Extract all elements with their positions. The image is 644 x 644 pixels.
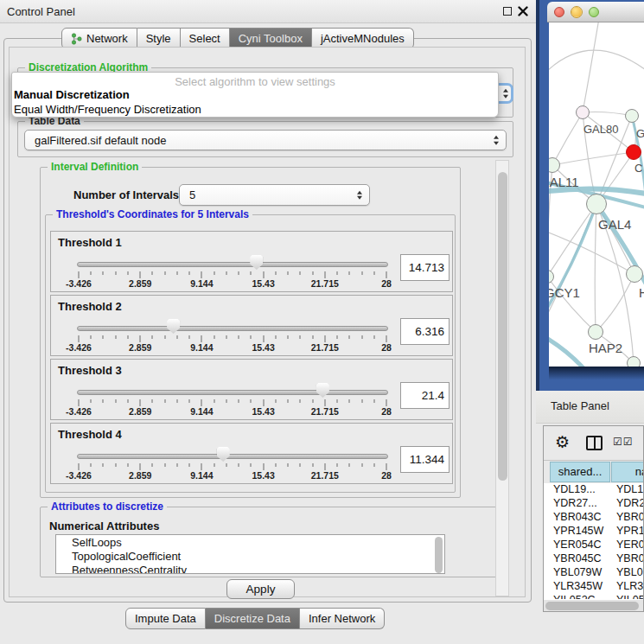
table-row[interactable]: YLR345WYLR34 bbox=[544, 580, 644, 594]
table-row[interactable]: YBL079WYBL07 bbox=[544, 566, 644, 580]
tick-mark bbox=[361, 463, 362, 467]
table-row[interactable]: YER054CYER05 bbox=[544, 539, 644, 552]
network-node[interactable] bbox=[625, 109, 639, 123]
algorithm-option[interactable]: Equal Width/Frequency Discretization bbox=[14, 103, 201, 116]
column-header-2[interactable]: na bbox=[611, 462, 644, 482]
attributes-listbox[interactable]: SelfLoopsTopologicalCoefficientBetweenne… bbox=[55, 534, 445, 574]
tick-mark bbox=[386, 463, 387, 470]
cell-shared-name: YBR043C bbox=[553, 511, 602, 523]
number-of-intervals-combo[interactable]: 5 bbox=[179, 184, 370, 206]
close-button[interactable] bbox=[554, 7, 564, 17]
slider-track[interactable] bbox=[77, 262, 388, 267]
algorithm-dropdown-popup: Select algorithm to view settings Manual… bbox=[11, 72, 499, 118]
tab-impute-data[interactable]: Impute Data bbox=[125, 608, 206, 629]
list-scrollbar[interactable] bbox=[435, 537, 443, 573]
table-row[interactable]: YDL19...YDL19 bbox=[544, 483, 644, 497]
cell-name: YDR27 bbox=[616, 497, 644, 509]
tab-discretize-data[interactable]: Discretize Data bbox=[206, 608, 300, 629]
float-panel-icon[interactable] bbox=[503, 7, 512, 16]
table-header-row: shared...na bbox=[544, 461, 644, 483]
tick-mark bbox=[373, 335, 374, 339]
tick-mark bbox=[288, 399, 289, 403]
tick-mark bbox=[127, 271, 128, 275]
window-frame-edge bbox=[536, 0, 539, 391]
close-panel-icon[interactable] bbox=[518, 6, 528, 16]
slider-thumb[interactable] bbox=[250, 255, 263, 270]
column-header-1[interactable]: shared... bbox=[550, 462, 610, 482]
zoom-button[interactable] bbox=[589, 7, 599, 17]
tick-mark bbox=[239, 271, 239, 275]
slider-track[interactable] bbox=[77, 326, 388, 331]
attribute-item[interactable]: TopologicalCoefficient bbox=[68, 550, 444, 564]
table-horizontal-scrollbar[interactable] bbox=[544, 600, 643, 611]
tick-mark bbox=[176, 335, 177, 339]
tick-mark bbox=[288, 271, 289, 275]
cell-shared-name: YER054C bbox=[553, 539, 602, 551]
table-panel-body: ⚙ ☑☑ shared...na YDL19...YDL19YDR27...YD… bbox=[536, 424, 644, 644]
scrollbar-thumb[interactable] bbox=[498, 172, 507, 481]
select-checkboxes-icon[interactable]: ☑☑ bbox=[613, 436, 634, 448]
attribute-item[interactable]: SelfLoops bbox=[68, 536, 444, 550]
tab-label: Impute Data bbox=[135, 612, 196, 625]
table-row[interactable]: YIL052CYIL05 bbox=[544, 594, 644, 599]
network-canvas[interactable]: GAL80GACGAL11GAL4GCY1HHAP2 bbox=[549, 22, 644, 367]
table-row[interactable]: YDR27...YDR27 bbox=[544, 497, 644, 511]
attribute-item[interactable]: BetweennessCentrality bbox=[68, 564, 444, 574]
slider-tick-labels: -3.4262.8599.14415.4321.71528 bbox=[79, 470, 386, 481]
table-row[interactable]: YPR145WYPR14 bbox=[544, 525, 644, 539]
cell-shared-name: YPR145W bbox=[553, 525, 603, 537]
table-row[interactable]: YBR043CYBR04 bbox=[544, 511, 644, 525]
tick-mark bbox=[201, 335, 202, 342]
tick-mark bbox=[103, 399, 104, 403]
network-node[interactable] bbox=[626, 265, 643, 283]
network-node[interactable] bbox=[588, 324, 603, 340]
tab-infer-network[interactable]: Infer Network bbox=[300, 608, 385, 629]
tick-mark bbox=[226, 399, 226, 403]
minimize-button[interactable] bbox=[571, 7, 582, 17]
tick-mark bbox=[361, 271, 362, 275]
table-data-combo[interactable]: galFiltered.sif default node bbox=[24, 130, 507, 150]
slider-thumb[interactable] bbox=[217, 447, 230, 462]
threshold-value[interactable]: 21.4 bbox=[400, 382, 450, 409]
tick-mark bbox=[214, 399, 214, 403]
tick-mark bbox=[164, 335, 165, 339]
algorithm-combo[interactable] bbox=[496, 83, 513, 104]
tick-mark bbox=[189, 463, 190, 467]
scrollbar-thumb[interactable] bbox=[545, 602, 639, 610]
tick-mark bbox=[337, 271, 338, 275]
tick-mark bbox=[79, 463, 80, 470]
slider-thumb[interactable] bbox=[316, 383, 329, 398]
tick-mark bbox=[164, 399, 165, 403]
slider-thumb[interactable] bbox=[167, 319, 180, 334]
cell-shared-name: YBR045C bbox=[553, 552, 602, 564]
tick-label: 2.859 bbox=[129, 278, 151, 289]
slider-ticks bbox=[79, 399, 386, 406]
tick-mark bbox=[349, 463, 350, 467]
tab-label: Discretize Data bbox=[214, 612, 290, 625]
table-row[interactable]: YBR045CYBR04 bbox=[544, 552, 644, 566]
cell-name: YDL19 bbox=[616, 483, 644, 495]
tick-label: 15.43 bbox=[252, 406, 274, 417]
slider-track[interactable] bbox=[77, 454, 388, 459]
tick-mark bbox=[189, 271, 190, 275]
threshold-panel: Threshold 1-3.4262.8599.14415.4321.71528… bbox=[50, 231, 453, 292]
columns-icon[interactable] bbox=[586, 436, 603, 450]
apply-button[interactable]: Apply bbox=[226, 579, 295, 599]
tick-mark bbox=[115, 399, 116, 403]
algorithm-option[interactable]: Manual Discretization bbox=[14, 88, 130, 101]
threshold-value[interactable]: 6.316 bbox=[400, 318, 450, 345]
tick-mark bbox=[361, 399, 362, 403]
network-node[interactable] bbox=[586, 194, 607, 214]
threshold-value[interactable]: 11.344 bbox=[400, 446, 450, 473]
table-data-combo-value: galFiltered.sif default node bbox=[35, 134, 166, 147]
slider-track[interactable] bbox=[77, 390, 388, 395]
network-node[interactable] bbox=[576, 105, 590, 119]
network-node[interactable] bbox=[626, 144, 641, 160]
panel-vertical-scrollbar[interactable] bbox=[495, 160, 509, 596]
threshold-value[interactable]: 14.713 bbox=[400, 254, 450, 281]
tick-mark bbox=[91, 463, 92, 467]
network-window-titlebar[interactable] bbox=[547, 2, 644, 22]
network-node[interactable] bbox=[627, 356, 641, 367]
node-label: GAL11 bbox=[549, 175, 579, 189]
gear-icon[interactable]: ⚙ bbox=[555, 432, 570, 452]
